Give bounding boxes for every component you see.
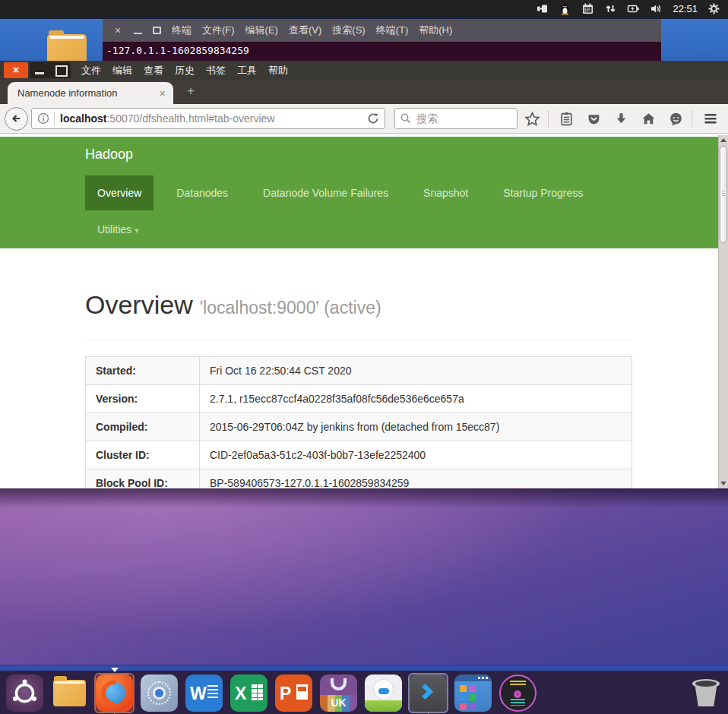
terminal-menu-search[interactable]: 搜索(S) xyxy=(332,24,365,37)
row-value: 2015-06-29T06:04Z by jenkins from (detac… xyxy=(200,413,632,441)
url-text[interactable]: localhost:50070/dfshealth.html#tab-overv… xyxy=(60,112,366,125)
downloads-icon xyxy=(613,111,629,127)
terminal-menu-help[interactable]: 帮助(H) xyxy=(419,24,452,37)
table-row: Version: 2.7.1, r15ecc87ccf4a0228f35af08… xyxy=(86,385,632,413)
terminal-close-button[interactable]: × xyxy=(112,24,123,36)
terminal-maximize-button[interactable] xyxy=(153,27,161,34)
menu-hamburger-button[interactable] xyxy=(698,110,723,127)
page-content: Hadoop Overview Datanodes Datanode Volum… xyxy=(0,134,728,488)
browser-menu-history[interactable]: 历史 xyxy=(175,64,195,77)
dock-item-assistant[interactable] xyxy=(365,675,402,712)
table-row: Started: Fri Oct 16 22:50:44 CST 2020 xyxy=(86,357,632,385)
browser-maximize-button[interactable] xyxy=(50,62,71,78)
browser-menu-edit[interactable]: 编辑 xyxy=(112,64,132,77)
search-input[interactable] xyxy=(416,112,500,125)
terminal-menu-terminal[interactable]: 终端(T) xyxy=(376,24,409,37)
row-value: 2.7.1, r15ecc87ccf4a0228f35af08fc56de536… xyxy=(200,385,632,413)
tab-title: Namenode information xyxy=(17,87,155,99)
firefox-icon xyxy=(96,675,133,712)
dock-item-software-center[interactable]: UK xyxy=(320,675,357,712)
dock-item-excel[interactable]: X xyxy=(230,675,267,712)
browser-menu-tools[interactable]: 工具 xyxy=(237,64,257,77)
scrollbar-down-arrow[interactable] xyxy=(719,479,728,488)
browser-window-buttons xyxy=(30,62,71,78)
row-label: Started: xyxy=(86,357,200,385)
input-method-icon[interactable] xyxy=(536,2,549,15)
browser-menu-view[interactable]: 查看 xyxy=(144,64,163,77)
bookmark-star-icon xyxy=(524,111,540,127)
home-icon xyxy=(641,111,657,127)
assistant-robot-icon xyxy=(365,675,402,712)
terminal-minimize-button[interactable] xyxy=(134,33,142,34)
hadoop-brand[interactable]: Hadoop xyxy=(85,147,133,163)
row-label: Block Pool ID: xyxy=(86,469,200,489)
scrollbar[interactable] xyxy=(718,135,728,488)
network-arrows-icon[interactable] xyxy=(604,2,617,15)
dock-item-chromium[interactable] xyxy=(141,675,178,712)
session-gear-icon[interactable] xyxy=(707,2,720,15)
browser-close-button[interactable]: × xyxy=(4,62,28,78)
browser-menu-bookmarks[interactable]: 书签 xyxy=(206,64,226,77)
hadoop-nav-row2: Utilities▾ xyxy=(85,218,151,241)
terminal-menu-edit[interactable]: 编辑(E) xyxy=(245,24,278,37)
address-bar[interactable]: localhost:50070/dfshealth.html#tab-overv… xyxy=(31,108,385,129)
table-row: Block Pool ID: BP-589406573-127.0.1.1-16… xyxy=(86,469,632,489)
dock-item-workspaces[interactable] xyxy=(454,675,492,712)
linux-tux-icon[interactable] xyxy=(559,2,571,15)
software-center-icon: UK xyxy=(320,675,357,712)
scrollbar-thumb[interactable] xyxy=(720,146,727,243)
browser-toolbar: localhost:50070/dfshealth.html#tab-overv… xyxy=(0,104,728,134)
terminal-launcher-icon xyxy=(410,675,447,712)
search-bar[interactable] xyxy=(394,108,518,129)
downloads-button[interactable] xyxy=(609,111,634,127)
bookmark-star-button[interactable] xyxy=(520,111,545,127)
back-icon xyxy=(9,111,24,126)
file-manager-icon xyxy=(51,675,88,712)
nav-dropdown-utilities[interactable]: Utilities▾ xyxy=(85,223,151,235)
desktop-wallpaper xyxy=(0,488,728,668)
chevron-down-icon: ▾ xyxy=(135,226,139,235)
nav-tab-datanode-volume-failures[interactable]: Datanode Volume Failures xyxy=(251,175,400,210)
battery-icon[interactable] xyxy=(627,2,640,15)
dock-item-files[interactable] xyxy=(51,675,88,712)
terminal-output[interactable]: -127.0.1.1-1602859834259 xyxy=(103,42,661,61)
scrollbar-up-arrow[interactable] xyxy=(719,135,728,145)
dock-item-media-disc[interactable] xyxy=(499,675,537,712)
volume-icon[interactable] xyxy=(650,2,663,15)
home-button[interactable] xyxy=(636,111,661,127)
dock: W X P UK xyxy=(0,668,728,714)
browser-menu-file[interactable]: 文件 xyxy=(81,64,101,77)
browser-tabbar: Namenode information × + xyxy=(0,80,728,104)
dock-item-terminal[interactable] xyxy=(410,675,447,712)
pocket-button[interactable] xyxy=(581,111,606,127)
reload-icon[interactable] xyxy=(366,112,380,125)
dock-item-firefox[interactable] xyxy=(96,675,133,712)
tab-close-icon[interactable]: × xyxy=(155,87,166,100)
title-divider xyxy=(85,340,632,340)
workspace-tiles-icon xyxy=(454,675,492,712)
browser-menubar: 文件 编辑 查看 历史 书签 工具 帮助 xyxy=(81,64,288,77)
dock-item-dash[interactable] xyxy=(6,675,43,712)
chromium-settings-icon xyxy=(141,675,178,712)
browser-minimize-button[interactable] xyxy=(30,62,50,78)
trash-icon[interactable] xyxy=(690,677,722,709)
browser-menu-help[interactable]: 帮助 xyxy=(268,64,288,77)
calendar-icon[interactable] xyxy=(581,2,594,15)
reading-list-button[interactable] xyxy=(554,111,579,127)
new-tab-button[interactable]: + xyxy=(181,84,201,99)
folder-icon[interactable] xyxy=(47,34,87,65)
hello-chat-button[interactable] xyxy=(663,111,688,127)
terminal-menu-file[interactable]: 文件(F) xyxy=(202,24,235,37)
back-button[interactable] xyxy=(5,107,28,131)
dock-item-word[interactable]: W xyxy=(185,675,223,712)
nav-tab-datanodes[interactable]: Datanodes xyxy=(164,175,240,210)
nav-tab-overview[interactable]: Overview xyxy=(85,175,154,210)
clock[interactable]: 22:51 xyxy=(673,3,698,14)
terminal-menu-view[interactable]: 查看(V) xyxy=(289,24,321,37)
nav-tab-startup-progress[interactable]: Startup Progress xyxy=(491,175,595,210)
page-info-icon[interactable] xyxy=(36,112,50,125)
terminal-window: × 终端 文件(F) 编辑(E) 查看(V) 搜索(S) 终端(T) 帮助(H)… xyxy=(103,19,661,61)
dock-item-powerpoint[interactable]: P xyxy=(275,675,312,712)
nav-tab-snapshot[interactable]: Snapshot xyxy=(411,175,480,210)
tab-namenode-information[interactable]: Namenode information × xyxy=(8,82,173,104)
